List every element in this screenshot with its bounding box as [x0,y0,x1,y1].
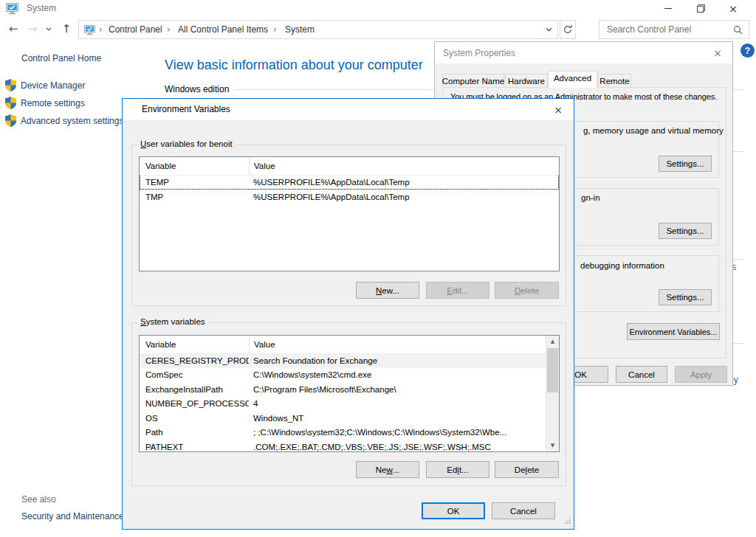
scrollbar[interactable]: ▲ ▼ [546,336,559,451]
cell-value: ; ;C:\Windows\system32;C:\Windows;C:\Win… [249,428,546,437]
close-button[interactable]: × [547,101,569,118]
user-profiles-settings-button[interactable]: Settings... [659,223,712,239]
cell-value: 4 [249,399,546,408]
system-variables-group-label: System variables [137,317,208,326]
close-button[interactable]: × [717,0,749,17]
cell-value: C:\Program Files\Microsoft\Exchange\ [249,385,546,394]
startup-recovery-settings-button[interactable]: Settings... [659,289,712,305]
sidebar-item-security-and-maintenance[interactable]: Security and Maintenance [21,511,124,522]
table-row[interactable]: TMP %USERPROFILE%\AppData\Local\Temp [140,190,559,204]
performance-settings-button[interactable]: Settings... [659,156,712,172]
cancel-button[interactable]: Cancel [492,502,555,519]
user-edit-button[interactable]: Edit... [426,282,489,299]
user-delete-button[interactable]: Delete [495,282,559,299]
recent-pages-dropdown[interactable] [43,20,55,38]
cell-variable: ComSpec [140,370,249,379]
screen: System × ← → ↑ › Control Panel › All Con… [0,0,756,537]
sidebar-item-advanced-system-settings[interactable]: Advanced system settings [21,116,123,126]
tab-advanced[interactable]: Advanced [548,71,597,88]
scroll-up-icon[interactable]: ▲ [546,336,559,347]
cell-variable: PATHEXT [140,443,249,451]
header-divider [140,353,546,354]
tab-computer-name[interactable]: Computer Name [442,74,504,87]
resize-grip[interactable] [564,516,571,527]
uac-shield-icon [5,114,16,129]
breadcrumb-item-system[interactable]: System [285,24,315,35]
cell-variable: ExchangeInstallPath [140,385,249,394]
page-title: View basic information about your comput… [165,58,423,73]
cell-value: Search Foundation for Exchange [249,356,546,365]
uac-shield-icon [5,79,16,94]
apply-button[interactable]: Apply [675,366,727,383]
sidebar-item-remote-settings[interactable]: Remote settings [21,98,85,108]
table-row[interactable]: TEMP %USERPROFILE%\AppData\Local\Temp [140,175,559,190]
column-header-variable[interactable]: Variable [140,340,249,349]
see-also-header: See also [21,494,56,505]
system-variables-table-body: Variable Value CERES_REGISTRY_PRODUCT...… [140,336,546,451]
minimize-icon [664,8,672,9]
breadcrumb-item-all-items[interactable]: All Control Panel Items [178,24,268,35]
breadcrumb-item-control-panel[interactable]: Control Panel [109,24,162,35]
cancel-button[interactable]: Cancel [616,366,667,383]
sidebar-item-device-manager[interactable]: Device Manager [21,80,85,91]
column-header-value[interactable]: Value [249,157,559,175]
table-row[interactable]: NUMBER_OF_PROCESSORS 4 [140,397,546,412]
table-row[interactable]: CERES_REGISTRY_PRODUCT... Search Foundat… [140,353,546,368]
user-variables-table: Variable Value TEMP %USERPROFILE%\AppDat… [139,156,560,271]
column-header-value[interactable]: Value [249,336,546,353]
column-header-variable[interactable]: Variable [140,162,249,170]
scroll-down-icon[interactable]: ▼ [546,440,559,451]
breadcrumb-separator: › [167,24,171,35]
search-box[interactable] [599,20,749,39]
cell-value: Windows_NT [249,414,546,423]
system-monitor-icon [84,25,95,38]
environment-variables-dialog: Environment Variables × User variables f… [122,98,574,530]
cell-value: C:\Windows\system32\cmd.exe [249,370,546,379]
back-button[interactable]: ← [4,20,22,38]
system-edit-button[interactable]: Edit... [426,461,489,478]
table-row[interactable]: ExchangeInstallPath C:\Program Files\Mic… [140,382,546,397]
search-input[interactable] [605,24,719,35]
help-icon[interactable]: ? [740,44,755,58]
environment-variables-button[interactable]: Environment Variables... [627,323,720,340]
search-icon[interactable] [733,25,743,37]
chevron-down-icon [46,27,52,31]
cell-variable: TMP [140,193,249,201]
minimize-button[interactable] [652,0,684,17]
cell-variable: Path [140,428,249,437]
ok-button[interactable]: OK [422,502,485,519]
scrollbar-thumb[interactable] [547,348,558,392]
tab-remote[interactable]: Remote [598,74,631,87]
cell-variable: TEMP [140,178,249,187]
close-button[interactable]: × [707,44,729,61]
address-dropdown[interactable] [541,21,556,38]
table-row[interactable]: ComSpec C:\Windows\system32\cmd.exe [140,368,546,383]
table-row[interactable]: Path ; ;C:\Windows\system32;C:\Windows;C… [140,426,546,440]
user-new-button[interactable]: New... [356,282,419,299]
up-button[interactable]: ↑ [58,20,75,38]
cell-variable: NUMBER_OF_PROCESSORS [140,399,249,408]
cell-value: %USERPROFILE%\AppData\Local\Temp [249,193,559,201]
uac-shield-icon [5,97,16,111]
restore-button[interactable] [684,0,717,17]
window-title: System [27,3,56,13]
cell-variable: OS [140,414,249,423]
table-row[interactable]: PATHEXT .COM;.EXE;.BAT;.CMD;.VBS;.VBE;.J… [140,440,546,451]
system-variables-table: Variable Value CERES_REGISTRY_PRODUCT...… [139,335,560,452]
dialog-title: Environment Variables [142,104,230,114]
cell-variable: CERES_REGISTRY_PRODUCT... [140,356,249,365]
refresh-button[interactable] [560,20,576,39]
cell-value: .COM;.EXE;.BAT;.CMD;.VBS;.VBE;.JS;.JSE;.… [249,443,546,451]
address-bar[interactable]: › Control Panel › All Control Panel Item… [78,20,558,39]
sidebar-item-control-panel-home[interactable]: Control Panel Home [21,53,101,63]
table-row[interactable]: OS Windows_NT [140,411,546,426]
user-variables-group-label: User variables for benoit [137,139,236,148]
system-new-button[interactable]: New... [356,461,419,478]
system-delete-button[interactable]: Delete [495,461,559,478]
performance-description-fragment: g, memory usage and virtual memory [583,126,724,135]
dialog-title: System Properties [443,48,515,58]
navigation-bar: ← → ↑ › Control Panel › All Control Pane… [0,17,756,41]
forward-button[interactable]: → [24,20,41,38]
startup-recovery-description-fragment: debugging information [580,261,664,270]
tab-hardware[interactable]: Hardware [505,74,548,87]
